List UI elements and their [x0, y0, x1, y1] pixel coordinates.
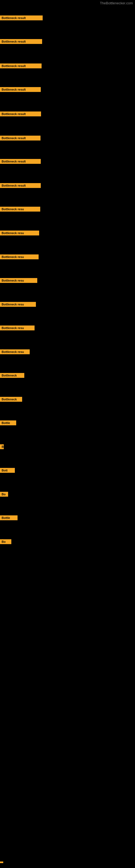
- bottleneck-row: Bottleneck result: [0, 183, 41, 189]
- bottleneck-badge[interactable]: Bo: [0, 492, 8, 497]
- bottleneck-badge[interactable]: Bottleneck: [0, 373, 24, 378]
- bottleneck-badge[interactable]: Bott: [0, 468, 15, 473]
- bottleneck-badge[interactable]: Bottleneck resu: [0, 302, 36, 307]
- bottleneck-row: Bo: [0, 539, 11, 545]
- bottleneck-row: [0, 859, 3, 864]
- bottleneck-row: Bottleneck: [0, 373, 24, 379]
- bottleneck-badge[interactable]: Bottle: [0, 516, 17, 520]
- bottleneck-row: Bottleneck result: [0, 16, 43, 22]
- bottleneck-row: Bottleneck result: [0, 112, 41, 118]
- bottleneck-row: Bottleneck resu: [0, 326, 35, 332]
- bottleneck-badge[interactable]: Bottleneck result: [0, 135, 41, 141]
- bottleneck-badge[interactable]: Bottleneck result: [0, 63, 42, 68]
- bottleneck-badge[interactable]: Bottleneck result: [0, 39, 42, 44]
- site-title: TheBottlenecker.com: [98, 0, 135, 6]
- bottleneck-row: Bottleneck resu: [0, 207, 40, 213]
- bottleneck-badge[interactable]: Bottleneck resu: [0, 254, 39, 259]
- bottleneck-row: Bottleneck result: [0, 39, 42, 45]
- bottleneck-row: Bottle: [0, 421, 16, 426]
- bottleneck-badge[interactable]: Bottleneck result: [0, 87, 41, 92]
- bottleneck-row: Bottleneck result: [0, 135, 41, 142]
- bottleneck-row: Bottleneck result: [0, 87, 41, 93]
- bottleneck-row: Bo: [0, 492, 8, 498]
- bottleneck-row: Bottleneck result: [0, 63, 42, 69]
- bottleneck-row: Bottleneck resu: [0, 349, 30, 355]
- bottleneck-row: Bottleneck resu: [0, 278, 37, 284]
- bottleneck-badge[interactable]: Bo: [0, 539, 11, 544]
- bottleneck-row: Bottle: [0, 516, 17, 521]
- bottleneck-row: B: [0, 444, 4, 450]
- bottleneck-badge[interactable]: Bottleneck result: [0, 183, 41, 188]
- bottleneck-row: Bott: [0, 468, 15, 474]
- bottleneck-row: Bottleneck resu: [0, 254, 39, 260]
- bottleneck-row: Bottleneck resu: [0, 230, 39, 237]
- bottleneck-badge[interactable]: Bottleneck: [0, 397, 22, 402]
- bottleneck-row: Bottleneck result: [0, 159, 41, 165]
- bottleneck-badge[interactable]: Bottleneck resu: [0, 230, 39, 236]
- bottleneck-row: Bottleneck: [0, 397, 22, 403]
- bottleneck-badge[interactable]: Bottleneck resu: [0, 278, 37, 283]
- bottleneck-badge[interactable]: B: [0, 444, 4, 449]
- bottleneck-badge[interactable]: Bottleneck resu: [0, 326, 35, 330]
- bottleneck-badge[interactable]: Bottleneck result: [0, 112, 41, 116]
- bottleneck-row: Bottleneck resu: [0, 302, 36, 308]
- bottleneck-badge[interactable]: [0, 862, 3, 863]
- bottleneck-badge[interactable]: Bottle: [0, 421, 16, 425]
- bottleneck-badge[interactable]: Bottleneck resu: [0, 207, 40, 212]
- bottleneck-badge[interactable]: Bottleneck resu: [0, 349, 30, 354]
- bottleneck-badge[interactable]: Bottleneck result: [0, 16, 43, 20]
- bottleneck-badge[interactable]: Bottleneck result: [0, 159, 41, 164]
